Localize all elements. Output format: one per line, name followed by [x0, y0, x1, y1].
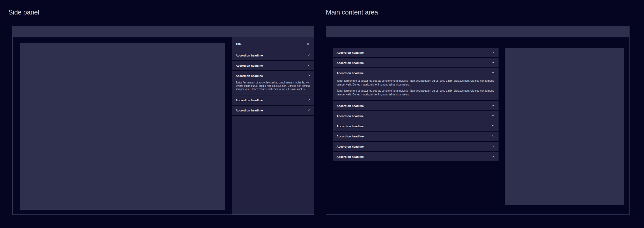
- side-panel-frame: Title Accordion headline: [12, 26, 314, 215]
- accordion-item: Accordion headline: [232, 51, 314, 61]
- chevron-down-icon: [491, 104, 495, 108]
- main-content-frame: Accordion headline Accordion headline Ac…: [326, 26, 629, 215]
- accordion-item: Accordion headline: [333, 142, 499, 151]
- accordion-header[interactable]: Accordion headline: [333, 68, 499, 78]
- accordion-header[interactable]: Accordion headline: [333, 121, 499, 131]
- accordion-item-expanded: Accordion headline Tortor fermentum ut a…: [232, 71, 314, 95]
- accordion-label: Accordion headline: [236, 99, 263, 102]
- accordion-header[interactable]: Accordion headline: [232, 95, 314, 105]
- chevron-down-icon: [307, 98, 311, 103]
- accordion-header[interactable]: Accordion headline: [333, 58, 499, 67]
- accordion-label: Accordion headline: [236, 74, 263, 77]
- side-panel-heading: Side panel: [8, 8, 39, 16]
- accordion-label: Accordion headline: [236, 64, 263, 67]
- accordion-body: Tortor fermentum ut auctor leo sed ac co…: [232, 80, 314, 95]
- accordion-label: Accordion headline: [337, 51, 364, 54]
- chevron-down-icon: [307, 53, 311, 58]
- drawer-title: Title: [236, 42, 242, 46]
- accordion-item: Accordion headline: [333, 58, 499, 67]
- close-button[interactable]: [305, 41, 311, 47]
- drawer-accordion-group: Accordion headline Accordion headline Ac…: [232, 51, 314, 116]
- accordion-item: Accordion headline: [333, 121, 499, 131]
- accordion-label: Accordion headline: [337, 155, 364, 158]
- main-side-placeholder: [505, 48, 624, 205]
- side-content-placeholder: [20, 43, 225, 210]
- accordion-header[interactable]: Accordion headline: [333, 48, 499, 57]
- accordion-header[interactable]: Accordion headline: [232, 51, 314, 60]
- accordion-label: Accordion headline: [337, 135, 364, 138]
- chevron-down-icon: [491, 134, 495, 139]
- accordion-body-paragraph: Tortor fermentum ut auctor leo sed ac co…: [337, 89, 495, 96]
- main-accordion-group: Accordion headline Accordion headline Ac…: [333, 48, 499, 162]
- drawer-title-row: Title: [232, 37, 314, 51]
- accordion-label: Accordion headline: [337, 145, 364, 148]
- accordion-item-expanded: Accordion headline Tortor fermentum ut a…: [333, 68, 499, 100]
- accordion-body: Tortor fermentum ut auctor leo sed ac co…: [333, 78, 499, 100]
- accordion-label: Accordion headline: [337, 115, 364, 118]
- page: { "sections": { "side": { "heading": "Si…: [0, 0, 644, 228]
- accordion-item: Accordion headline: [333, 132, 499, 141]
- chevron-down-icon: [491, 154, 495, 159]
- accordion-header[interactable]: Accordion headline: [333, 111, 499, 121]
- accordion-item: Accordion headline: [232, 61, 314, 71]
- accordion-label: Accordion headline: [236, 54, 263, 57]
- close-icon: [306, 42, 310, 46]
- accordion-label: Accordion headline: [337, 125, 364, 128]
- chevron-up-icon: [307, 74, 311, 78]
- accordion-item: Accordion headline: [232, 95, 314, 106]
- accordion-body-paragraph: Tortor fermentum ut auctor leo sed ac co…: [337, 79, 495, 87]
- main-content-heading: Main content area: [326, 8, 378, 16]
- accordion-header[interactable]: Accordion headline: [232, 61, 314, 70]
- accordion-header[interactable]: Accordion headline: [333, 152, 499, 161]
- chevron-down-icon: [491, 61, 495, 65]
- accordion-header[interactable]: Accordion headline: [232, 71, 314, 80]
- chevron-down-icon: [307, 108, 311, 113]
- accordion-item: Accordion headline: [333, 111, 499, 121]
- accordion-label: Accordion headline: [337, 61, 364, 64]
- side-panel-drawer: Title Accordion headline: [232, 37, 314, 215]
- accordion-item: Accordion headline: [333, 48, 499, 57]
- accordion-header[interactable]: Accordion headline: [232, 106, 314, 115]
- chevron-down-icon: [491, 114, 495, 118]
- chevron-down-icon: [491, 50, 495, 55]
- accordion-item: Accordion headline: [333, 152, 499, 161]
- side-panel-header-bar: [13, 26, 314, 37]
- accordion-header[interactable]: Accordion headline: [333, 132, 499, 141]
- accordion-header[interactable]: Accordion headline: [333, 101, 499, 110]
- chevron-up-icon: [491, 71, 495, 75]
- accordion-label: Accordion headline: [236, 109, 263, 112]
- accordion-label: Accordion headline: [337, 72, 364, 75]
- accordion-label: Accordion headline: [337, 104, 364, 107]
- accordion-header[interactable]: Accordion headline: [333, 142, 499, 151]
- accordion-item: Accordion headline: [232, 106, 314, 116]
- main-header-bar: [326, 26, 629, 37]
- accordion-item: Accordion headline: [333, 101, 499, 110]
- chevron-down-icon: [491, 124, 495, 129]
- chevron-down-icon: [491, 144, 495, 149]
- chevron-down-icon: [307, 63, 311, 68]
